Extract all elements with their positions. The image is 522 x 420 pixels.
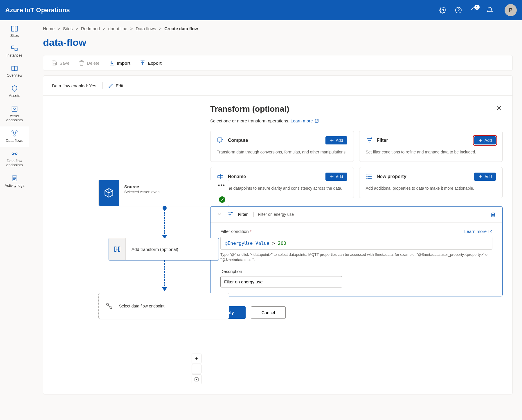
- cancel-button[interactable]: Cancel: [251, 306, 286, 319]
- cube-icon: [99, 180, 119, 206]
- svg-point-54: [367, 178, 367, 179]
- sidebar-item-asset-endpoints[interactable]: Asset endpoints: [0, 102, 29, 126]
- filter-condition-input[interactable]: @EnergyUse.Value > 200: [220, 237, 492, 250]
- page-title: data-flow: [43, 37, 513, 48]
- label: Data flow endpoints: [1, 159, 28, 167]
- filter-subheading: Filter on energy use: [253, 212, 294, 217]
- zoom-in-button[interactable]: +: [192, 354, 201, 363]
- learn-more-link[interactable]: Learn more: [291, 118, 319, 123]
- svg-point-0: [442, 9, 444, 11]
- sidebar-item-activity-logs[interactable]: Activity logs: [0, 171, 29, 192]
- label: Activity logs: [5, 184, 25, 188]
- filter-editor: Filter Filter on energy use Filter condi…: [210, 206, 503, 296]
- chevron-down-icon[interactable]: [217, 212, 222, 217]
- svg-point-33: [196, 379, 197, 380]
- filter-heading: Filter: [238, 212, 248, 217]
- sidebar-item-instances[interactable]: Instances: [0, 42, 29, 61]
- label: Export: [148, 61, 162, 66]
- svg-rect-27: [115, 247, 116, 251]
- rename-add-button[interactable]: Add: [325, 173, 347, 181]
- label: Asset endpoints: [1, 114, 28, 122]
- filter-learn-more[interactable]: Learn more: [464, 229, 492, 234]
- crumb-donut[interactable]: donut-line: [108, 26, 127, 31]
- endpoint-icon: [105, 302, 113, 310]
- filter-icon: [227, 211, 233, 218]
- save-button: Save: [51, 60, 69, 66]
- left-sidebar: Sites Instances Overview Assets Asset en…: [0, 20, 29, 420]
- svg-point-42: [370, 137, 372, 139]
- filter-cond-label: Filter condition*: [220, 229, 251, 234]
- close-icon[interactable]: [496, 104, 503, 111]
- svg-point-1: [456, 7, 461, 13]
- node-transform[interactable]: Add transform (optional): [109, 238, 219, 260]
- svg-point-52: [367, 175, 367, 175]
- zoom-controls: + −: [192, 354, 201, 384]
- label: Save: [60, 61, 69, 66]
- node-endpoint[interactable]: Select data flow endpoint: [98, 293, 229, 319]
- bell-icon[interactable]: [486, 6, 494, 14]
- svg-rect-4: [15, 26, 18, 31]
- main-content: Home> Sites> Redmond> donut-line> Data f…: [29, 20, 522, 420]
- compute-add-button[interactable]: Add: [325, 136, 347, 144]
- description-input[interactable]: [220, 276, 342, 287]
- filter-add-button[interactable]: Add: [474, 136, 496, 144]
- check-icon: [219, 196, 225, 203]
- delete-button: Delete: [79, 60, 99, 66]
- crumb-sites[interactable]: Sites: [63, 26, 73, 31]
- svg-rect-36: [218, 138, 222, 142]
- svg-point-60: [231, 212, 233, 213]
- crumb-home[interactable]: Home: [43, 26, 55, 31]
- filter-hint: Type "@" or click "<datapoint>" to selec…: [220, 252, 492, 262]
- node-menu-icon[interactable]: •••: [218, 182, 225, 189]
- worksheet: Data flow enabled: Yes Edit: [43, 75, 513, 394]
- user-avatar[interactable]: P: [505, 4, 517, 16]
- svg-point-15: [15, 153, 17, 155]
- label: Data flows: [6, 139, 24, 143]
- svg-rect-5: [11, 46, 14, 49]
- top-bar: Azure IoT Operations 1 P: [0, 0, 522, 20]
- zoom-fit-button[interactable]: [192, 374, 201, 384]
- label: Delete: [87, 61, 99, 66]
- sidebar-item-df-endpoints[interactable]: Data flow endpoints: [0, 147, 29, 171]
- panel-subtitle: Select one or more transform operations.…: [210, 118, 503, 123]
- delete-filter-button[interactable]: [490, 211, 496, 217]
- app-title: Azure IoT Operations: [5, 6, 70, 14]
- import-button[interactable]: Import: [109, 60, 131, 66]
- newprop-add-button[interactable]: Add: [474, 173, 496, 181]
- list-icon: [366, 173, 373, 180]
- sidebar-item-overview[interactable]: Overview: [0, 62, 29, 82]
- zoom-out-button[interactable]: −: [192, 364, 201, 374]
- node-source[interactable]: Source Selected Asset: oven •••: [98, 180, 229, 206]
- enabled-row: Data flow enabled: Yes Edit: [43, 76, 512, 96]
- card-newprop: New property Add Add additional properti…: [359, 167, 503, 198]
- export-button[interactable]: Export: [140, 60, 162, 66]
- svg-marker-26: [162, 287, 167, 291]
- svg-rect-6: [15, 48, 17, 51]
- source-sub: Selected Asset: oven: [124, 190, 224, 194]
- label: Instances: [6, 53, 23, 57]
- label: Import: [117, 61, 131, 66]
- label: Overview: [7, 73, 22, 77]
- filter-icon: [366, 137, 373, 144]
- sidebar-item-data-flows[interactable]: Data flows: [0, 126, 29, 147]
- desc-label: Description: [220, 269, 492, 274]
- transform-label: Add transform (optional): [126, 247, 178, 252]
- feedback-icon[interactable]: 1: [470, 6, 478, 14]
- edit-button[interactable]: Edit: [108, 83, 123, 88]
- filter-head: Filter Filter on energy use: [210, 207, 502, 222]
- transform-panel: Transform (optional) Select one or more …: [200, 96, 512, 392]
- action-toolbar: Save Delete Import Export: [43, 55, 513, 71]
- flow-canvas[interactable]: Source Selected Asset: oven ••• Add tran…: [43, 96, 200, 392]
- endpoint-label: Select data flow endpoint: [119, 304, 164, 308]
- svg-rect-3: [11, 26, 14, 31]
- crumb-redmond[interactable]: Redmond: [81, 26, 100, 31]
- card-filter: Filter Add Set filter conditions to refi…: [359, 131, 503, 162]
- svg-point-10: [14, 108, 15, 110]
- sidebar-item-assets[interactable]: Assets: [0, 82, 29, 102]
- feedback-badge: 1: [474, 5, 480, 10]
- settings-icon[interactable]: [439, 6, 447, 14]
- source-title: Source: [124, 184, 224, 189]
- help-icon[interactable]: [455, 6, 462, 14]
- crumb-dfs[interactable]: Data flows: [136, 26, 156, 31]
- sidebar-item-sites[interactable]: Sites: [0, 22, 29, 42]
